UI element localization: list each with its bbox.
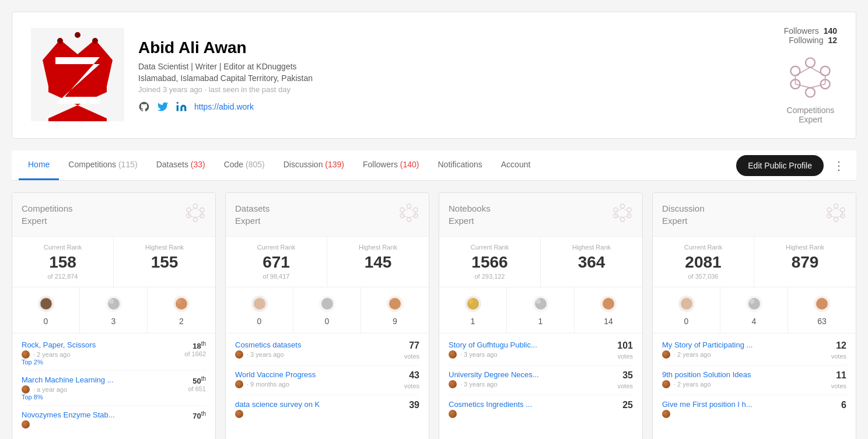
competitions-entries: Rock, Paper, Scissors · 2 years ago Top … [12,333,215,439]
profile-joined: Joined 3 years ago · last seen in the pa… [138,85,770,94]
svg-point-64 [620,217,624,222]
svg-point-25 [193,217,197,222]
notebooks-bronze-medal: 14 [575,287,642,333]
entry-title-my-story[interactable]: My Story of Participating ... [662,340,831,349]
tab-datasets[interactable]: Datasets (33) [147,150,215,180]
entry-title-cosmetics-nb[interactable]: Cosmetics Ingredients ... [449,400,622,409]
followers-row: Followers 140 [784,26,837,36]
datasets-entries: Cosmetics datasets · 3 years ago 77 vote… [226,333,429,430]
svg-line-49 [409,208,416,212]
notebooks-entries: Story of Gufhtugu Public... · 3 years ag… [439,333,642,430]
svg-point-94 [681,298,692,310]
svg-point-13 [806,88,815,97]
notebooks-card-title: NotebooksExpert [449,202,491,227]
svg-line-28 [195,208,202,212]
svg-line-90 [829,216,836,217]
svg-point-56 [254,298,265,310]
gold-medal-item: 0 [12,287,80,333]
entry-title-give-me[interactable]: Give me First position I h... [662,400,841,409]
following-row: Following 12 [784,36,837,45]
tab-discussion[interactable]: Discussion (139) [274,150,354,180]
entry-medal-cosm-nb [449,410,457,418]
discussion-bronze-icon [813,294,831,313]
bronze-medal-icon [172,294,191,313]
entry-title-9th[interactable]: 9th position Solution Ideas [662,370,831,379]
svg-point-39 [109,299,114,304]
entry-medal-my-story [662,350,670,359]
entry-medal-ds [235,410,243,418]
svg-point-97 [750,299,754,304]
more-options-button[interactable]: ⋮ [828,156,849,175]
profile-right: Followers 140 Following 12 [784,26,837,124]
nav-tabs: Home Competitions (115) Datasets (33) Co… [19,150,736,180]
tab-code[interactable]: Code (805) [215,150,274,180]
followers-section: Followers 140 Following 12 [784,26,837,45]
svg-point-99 [816,298,828,310]
svg-point-81 [834,204,838,208]
datasets-gold-medal: 0 [226,287,293,333]
badge-label: CompetitionsExpert [787,106,835,124]
datasets-current-rank: Current Rank 671 of 98,417 [226,237,327,287]
svg-point-43 [407,204,411,208]
discussion-entries: My Story of Participating ... · 2 years … [653,333,856,430]
tab-notifications[interactable]: Notifications [429,150,492,180]
competitions-medals: 0 3 2 [12,287,215,333]
entry-title-vaccine[interactable]: World Vaccine Progress [235,370,404,379]
entry-vaccine: World Vaccine Progress · 9 months ago 43… [235,370,419,395]
entry-title-cosmetics[interactable]: Cosmetics datasets [235,340,404,349]
svg-point-38 [108,298,120,310]
entry-medal-bronze2 [22,385,30,394]
entry-title-rock[interactable]: Rock, Paper, Scissors [22,340,184,349]
svg-line-67 [622,208,629,212]
entry-9th-position: 9th position Solution Ideas · 2 years ag… [662,370,846,395]
datasets-gold-icon [250,294,269,313]
svg-line-87 [836,208,843,212]
svg-line-16 [810,67,825,75]
linkedin-link[interactable] [176,101,187,113]
svg-line-69 [622,216,629,217]
datasets-highest-rank: Highest Rank 145 [327,237,429,287]
svg-point-6 [57,38,63,44]
svg-line-51 [409,216,416,217]
competitions-card-badge-icon [185,202,206,223]
entry-title-story[interactable]: Story of Gufhtugu Public... [449,340,617,349]
website-link[interactable]: https://abid.work [194,102,254,111]
silver-medal-item: 3 [80,287,148,333]
avatar-image [31,28,124,121]
discussion-bronze-medal: 63 [788,287,856,333]
svg-rect-4 [48,118,107,121]
entry-medal-uni [449,380,457,388]
datasets-medals: 0 0 9 [226,287,429,333]
discussion-current-rank: Current Rank 2081 of 357,036 [653,237,754,287]
svg-point-61 [620,204,624,208]
edit-profile-button[interactable]: Edit Public Profile [736,155,824,176]
discussion-card: DiscussionExpert [652,192,856,439]
tab-home[interactable]: Home [19,150,59,180]
profile-header: Abid Ali Awan Data Scientist | Writer | … [12,12,856,139]
svg-point-74 [467,298,479,310]
entry-medal-story [449,350,457,359]
notebooks-card-stats: Current Rank 1566 of 293,122 Highest Ran… [439,237,642,287]
competitions-card-header: CompetitionsExpert [12,193,215,237]
notebooks-gold-icon [464,294,482,313]
github-link[interactable] [138,101,150,113]
svg-line-21 [796,67,811,75]
entry-give-me: Give me First position I h... 6 [662,400,846,423]
entry-title-march[interactable]: March Machine Learning ... [22,375,188,384]
tab-account[interactable]: Account [492,150,540,180]
entry-title-university[interactable]: University Degree Neces... [449,370,618,379]
svg-point-84 [834,217,838,222]
notebooks-silver-icon [531,294,550,313]
svg-point-96 [748,298,760,310]
competitions-highest-rank: Highest Rank 155 [114,237,215,287]
svg-line-19 [796,84,811,87]
entry-data-science: data science survey on K 39 [235,400,419,423]
twitter-link[interactable] [157,101,169,113]
svg-line-89 [836,216,843,217]
entry-title-ds[interactable]: data science survey on K [235,400,409,409]
svg-rect-2 [48,86,107,92]
tab-followers[interactable]: Followers (140) [354,150,428,180]
entry-title-novozymes[interactable]: Novozymes Enzyme Stab... [22,410,192,419]
tab-competitions[interactable]: Competitions (115) [59,150,146,180]
svg-line-72 [615,208,622,212]
